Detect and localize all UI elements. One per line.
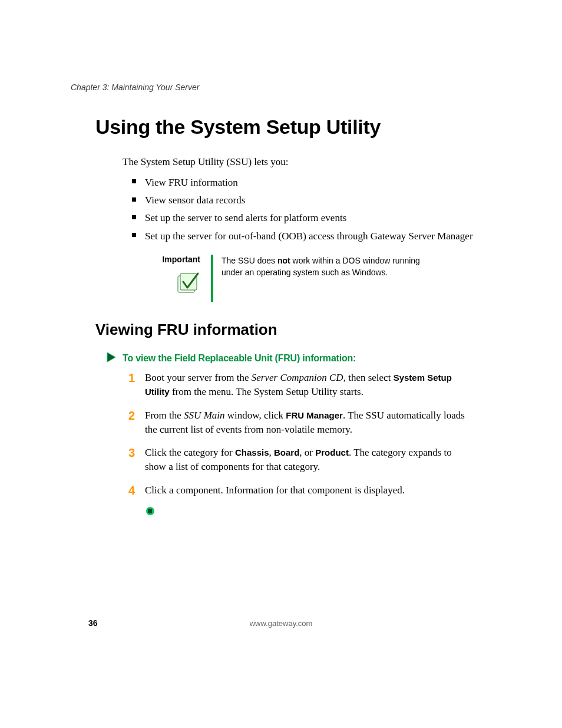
- step-text: Click the category for: [145, 447, 235, 458]
- svg-marker-2: [107, 353, 115, 362]
- callout-label: Important: [147, 255, 200, 264]
- section-heading-h2: Viewing FRU information: [95, 321, 491, 339]
- step-italic: SSU Main: [184, 410, 224, 421]
- step-text: , then select: [343, 372, 394, 383]
- step-text: Click a component. Information for that …: [145, 485, 405, 496]
- step-item: From the SSU Main window, click FRU Mana…: [128, 409, 470, 437]
- document-page: Chapter 3: Maintaining Your Server Using…: [0, 0, 562, 518]
- step-bold: Product: [315, 447, 349, 457]
- callout-body: The SSU does not work within a DOS windo…: [211, 255, 428, 302]
- end-of-procedure-icon: [146, 507, 491, 518]
- step-bold: Chassis: [235, 447, 269, 457]
- callout-bold: not: [277, 256, 290, 265]
- list-item: Set up the server to send alerts for pla…: [132, 210, 491, 226]
- list-item: View sensor data records: [132, 193, 491, 208]
- step-text: window, click: [225, 410, 286, 421]
- page-title-h1: Using the System Setup Utility: [95, 116, 491, 139]
- step-text: from the menu. The System Setup Utility …: [170, 386, 363, 397]
- feature-list: View FRU information View sensor data re…: [132, 175, 491, 244]
- procedure-steps: Boot your server from the Server Compani…: [128, 371, 470, 498]
- procedure-title: To view the Field Replaceable Unit (FRU)…: [123, 353, 356, 364]
- list-item: Set up the server for out-of-band (OOB) …: [132, 229, 491, 244]
- step-bold: Board: [274, 447, 299, 457]
- chapter-label: Chapter 3: Maintaining Your Server: [71, 83, 491, 92]
- step-text: ,: [269, 447, 275, 458]
- procedure-header: To view the Field Replaceable Unit (FRU)…: [106, 352, 491, 365]
- step-text: Boot your server from the: [145, 372, 252, 383]
- step-item: Click a component. Information for that …: [128, 483, 470, 498]
- svg-rect-5: [148, 509, 152, 513]
- checkmark-note-icon: [174, 270, 200, 298]
- list-item: View FRU information: [132, 175, 491, 190]
- step-text: From the: [145, 410, 184, 421]
- callout-text: The SSU does: [222, 256, 277, 265]
- intro-paragraph: The System Setup Utility (SSU) lets you:: [123, 155, 491, 169]
- step-item: Boot your server from the Server Compani…: [128, 371, 470, 399]
- footer-url: www.gateway.com: [0, 619, 562, 628]
- step-text: , or: [299, 447, 315, 458]
- step-bold: FRU Manager: [286, 410, 343, 420]
- callout-left: Important: [147, 255, 200, 298]
- play-arrow-icon: [106, 352, 117, 365]
- step-italic: Server Companion CD: [252, 372, 343, 383]
- important-callout: Important The SSU does not work within a…: [147, 255, 491, 302]
- step-item: Click the category for Chassis, Board, o…: [128, 446, 470, 474]
